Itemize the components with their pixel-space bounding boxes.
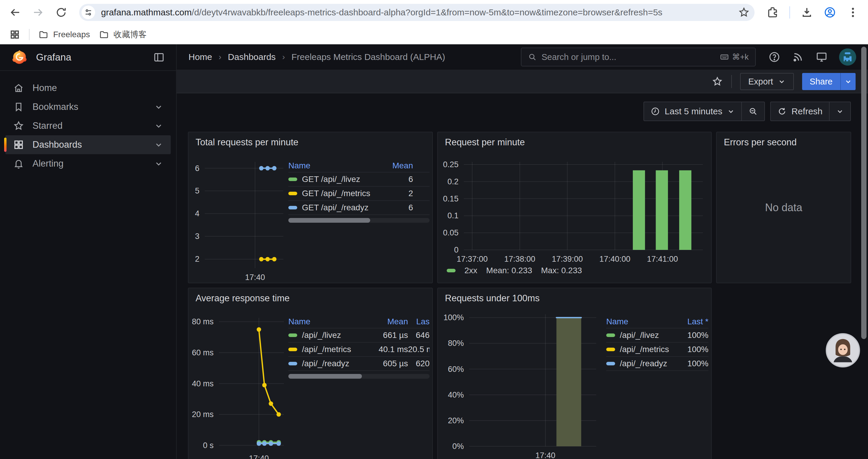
search-shortcut: ⌘+k <box>720 52 749 62</box>
series-name[interactable]: /api/_/readyz <box>606 359 670 368</box>
breadcrumb-home[interactable]: Home <box>188 52 212 62</box>
panel-title[interactable]: Request per minute <box>438 132 532 153</box>
toolbar-divider <box>731 75 732 88</box>
search-input[interactable] <box>541 52 715 62</box>
y-tick-label: 20 ms <box>192 410 214 419</box>
user-avatar[interactable] <box>839 48 856 66</box>
forward-icon[interactable] <box>32 6 44 19</box>
series-name[interactable]: GET /api/_/livez <box>288 174 380 184</box>
legend-scrollbar-thumb[interactable] <box>288 218 370 223</box>
bookmark-star-icon[interactable] <box>738 6 750 18</box>
share-dropdown[interactable] <box>840 73 856 90</box>
legend-scrollbar-thumb[interactable] <box>288 374 362 379</box>
series-name[interactable]: /api/_/metrics <box>606 345 670 354</box>
time-range-label: Last 5 minutes <box>665 106 722 117</box>
time-range-picker[interactable]: Last 5 minutes <box>644 102 741 121</box>
share-label: Share <box>810 77 833 87</box>
share-button[interactable]: Share <box>802 73 856 90</box>
series-swatch[interactable] <box>606 348 615 351</box>
series-swatch[interactable] <box>288 362 297 365</box>
bookmark-folder-blogs[interactable]: 收藏博客 <box>99 29 147 40</box>
legend-header-value[interactable]: Las <box>408 317 430 326</box>
x-tick-label: 17:40:00 <box>599 255 630 264</box>
favorite-star-icon[interactable] <box>712 76 723 87</box>
series-swatch[interactable] <box>288 177 297 181</box>
series-swatch[interactable] <box>606 333 615 337</box>
series-name[interactable]: /api/_/livez <box>288 330 364 340</box>
zoom-out-button[interactable] <box>741 102 764 121</box>
panel-title[interactable]: Total requests per minute <box>188 132 306 153</box>
bookmark-label: 收藏博客 <box>114 29 147 40</box>
y-tick-label: 4 <box>195 209 199 218</box>
bookmark-folder-freeleaps[interactable]: Freeleaps <box>38 30 90 40</box>
sidebar-item-alerting[interactable]: Alerting <box>5 154 171 173</box>
extensions-icon[interactable] <box>766 6 779 19</box>
sidebar-toggle-icon[interactable] <box>153 52 165 63</box>
bar-chart[interactable]: 0.250.20.150.10.05017:37:0017:38:0017:39… <box>464 162 703 250</box>
legend-header-value[interactable]: Mean <box>364 317 408 326</box>
series-name[interactable]: 2xx <box>464 266 477 275</box>
y-tick-label: 60% <box>448 364 464 374</box>
profile-icon[interactable] <box>824 6 836 19</box>
series-swatch[interactable] <box>606 362 615 365</box>
x-tick-label: 17:39:00 <box>552 255 583 264</box>
legend-header-value[interactable]: Last * <box>670 317 709 326</box>
screen: grafana.mathmast.com/d/deytv4rwavabkb/fr… <box>0 0 868 459</box>
x-tick-label: 17:41:00 <box>647 255 678 264</box>
downloads-icon[interactable] <box>801 6 813 19</box>
sidebar-item-starred[interactable]: Starred <box>5 117 171 135</box>
series-name[interactable]: /api/_/readyz <box>288 359 364 368</box>
legend-header-value[interactable]: Mean <box>380 161 430 170</box>
x-tick-label: 17:40 <box>245 273 265 282</box>
legend-header-name[interactable]: Name <box>606 317 670 326</box>
floating-assistant-avatar[interactable] <box>826 333 860 367</box>
sidebar-item-home[interactable]: Home <box>5 78 171 97</box>
area-chart[interactable]: 100%80%60%40%20%0%17:40 <box>469 314 596 446</box>
brand-name: Grafana <box>36 52 71 63</box>
series-swatch[interactable] <box>288 206 297 209</box>
grafana-logo[interactable] <box>11 49 28 66</box>
top-header: Home › Dashboards › Freeleaps Metrics Da… <box>177 44 868 70</box>
breadcrumb-separator: › <box>282 52 285 62</box>
series-name[interactable]: /api/_/livez <box>606 330 670 340</box>
x-tick-label: 17:40 <box>249 454 269 459</box>
export-button[interactable]: Export <box>740 73 794 90</box>
legend-row: GET /api/_/livez6 <box>288 172 430 187</box>
series-swatch[interactable] <box>288 192 297 195</box>
panel-title[interactable]: Requests under 100ms <box>438 288 547 308</box>
legend-header-name[interactable]: Name <box>288 161 380 170</box>
sidebar-item-label: Alerting <box>32 158 64 169</box>
series-swatch[interactable] <box>447 269 456 272</box>
apps-grid-icon[interactable] <box>9 29 20 40</box>
legend-scrollbar[interactable] <box>288 374 430 379</box>
legend-header-name[interactable]: Name <box>288 317 364 326</box>
series-value: 6 <box>380 174 430 184</box>
series-name[interactable]: /api/_/metrics <box>288 345 364 354</box>
panel-title[interactable]: Average response time <box>188 288 297 308</box>
menu-kebab-icon[interactable] <box>847 6 859 19</box>
sidebar-item-bookmarks[interactable]: Bookmarks <box>5 97 171 117</box>
legend-scrollbar[interactable] <box>288 218 430 223</box>
x-tick-label: 17:40 <box>535 451 555 459</box>
series-swatch[interactable] <box>288 348 297 351</box>
series-name[interactable]: GET /api/_/readyz <box>288 203 380 212</box>
refresh-button[interactable]: Refresh <box>771 102 829 121</box>
timeseries-chart[interactable]: 80 ms60 ms40 ms20 ms0 s17:40 <box>219 318 284 449</box>
y-tick-label: 5 <box>195 186 199 196</box>
timeseries-chart[interactable]: 6543217:40 <box>205 162 283 268</box>
site-settings-icon[interactable] <box>82 6 95 19</box>
scrollbar-thumb[interactable] <box>861 47 867 339</box>
breadcrumb-separator: › <box>219 52 221 62</box>
back-icon[interactable] <box>9 6 21 19</box>
url-bar[interactable]: grafana.mathmast.com/d/deytv4rwavabkb/fr… <box>79 4 754 21</box>
news-rss-icon[interactable] <box>792 51 804 63</box>
monitor-icon[interactable] <box>815 51 828 63</box>
series-name[interactable]: GET /api/_/metrics <box>288 189 380 198</box>
sidebar-item-dashboards[interactable]: Dashboards <box>5 135 171 154</box>
breadcrumb-dashboards[interactable]: Dashboards <box>228 52 276 62</box>
refresh-interval-dropdown[interactable] <box>829 102 850 121</box>
reload-icon[interactable] <box>55 6 67 19</box>
search-box[interactable]: ⌘+k <box>521 47 756 66</box>
help-icon[interactable] <box>768 51 780 63</box>
series-swatch[interactable] <box>288 333 297 337</box>
